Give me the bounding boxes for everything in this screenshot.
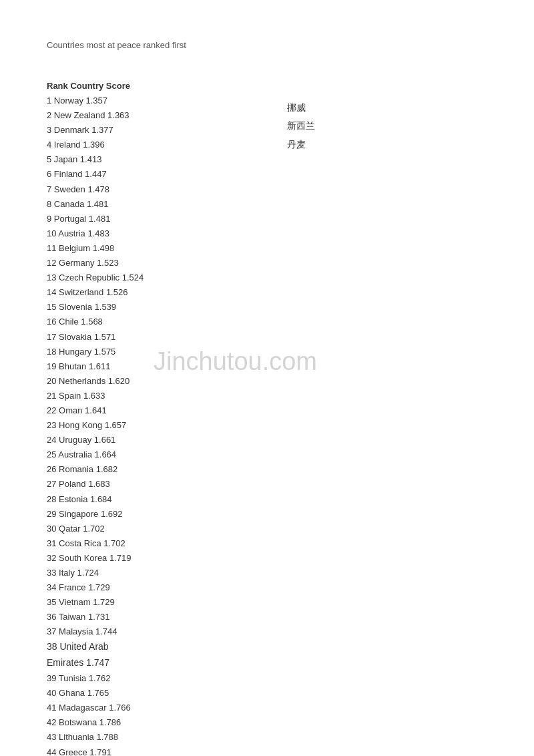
list-item: 27 Poland 1.683 (47, 477, 487, 492)
list-item: 8 Canada 1.481 (47, 197, 487, 212)
list-item: 9 Portugal 1.481 (47, 212, 487, 226)
list-item: 34 France 1.729 (47, 580, 487, 595)
list-item: 30 Qatar 1.702 (47, 522, 487, 536)
list-item: 2 New Zealand 1.363 (47, 108, 487, 123)
list-item: 28 Estonia 1.684 (47, 492, 487, 507)
list-item: 24 Uruguay 1.661 (47, 433, 487, 447)
chinese-label-newzealand: 新西兰 (287, 117, 315, 135)
list-item: 4 Ireland 1.396 (47, 138, 487, 152)
list-item: 3 Denmark 1.377 (47, 123, 487, 138)
list-item: 13 Czech Republic 1.524 (47, 270, 487, 285)
list-item: 14 Switzerland 1.526 (47, 285, 487, 300)
list-item: 22 Oman 1.641 (47, 403, 487, 418)
list-item: 11 Belgium 1.498 (47, 241, 487, 256)
list-item: 31 Costa Rica 1.702 (47, 536, 487, 551)
list-item: 37 Malaysia 1.744 (47, 624, 487, 639)
list-item: 12 Germany 1.523 (47, 256, 487, 270)
list-item: 32 South Korea 1.719 (47, 551, 487, 566)
list-item: 10 Austria 1.483 (47, 226, 487, 241)
list-item: 21 Spain 1.633 (47, 389, 487, 403)
list-item: 23 Hong Kong 1.657 (47, 418, 487, 433)
list-item: 16 Chile 1.568 (47, 315, 487, 329)
list-item: 5 Japan 1.413 (47, 152, 487, 167)
list-item: 43 Lithuania 1.788 (47, 730, 487, 745)
country-list: 1 Norway 1.3572 New Zealand 1.3633 Denma… (47, 93, 487, 756)
list-item: 42 Botswana 1.786 (47, 715, 487, 730)
list-item: 7 Sweden 1.478 (47, 182, 487, 197)
list-item: 25 Australia 1.664 (47, 447, 487, 462)
chinese-label-denmark: 丹麦 (287, 136, 315, 154)
chinese-label-norway: 挪威 (287, 99, 315, 117)
table-header: Rank Country Score (47, 81, 487, 91)
page-subtitle: Countries most at peace ranked first (47, 40, 487, 50)
list-item: 41 Madagascar 1.766 (47, 701, 487, 715)
list-item: 1 Norway 1.357 (47, 93, 487, 108)
list-item: 44 Greece 1.791 (47, 745, 487, 756)
chinese-labels: 挪威 新西兰 丹麦 (287, 99, 315, 154)
list-item: 29 Singapore 1.692 (47, 507, 487, 522)
list-item: 20 Netherlands 1.620 (47, 374, 487, 389)
list-item: 39 Tunisia 1.762 (47, 671, 487, 686)
list-item: 19 Bhutan 1.611 (47, 359, 487, 374)
list-item: 36 Taiwan 1.731 (47, 610, 487, 624)
list-item: 35 Vietnam 1.729 (47, 595, 487, 610)
list-item: 38 United ArabEmirates 1.747 (47, 639, 487, 671)
list-item: 18 Hungary 1.575 (47, 345, 487, 359)
list-item: 40 Ghana 1.765 (47, 686, 487, 701)
list-item: 26 Romania 1.682 (47, 462, 487, 477)
list-item: 17 Slovakia 1.571 (47, 330, 487, 345)
list-item: 6 Finland 1.447 (47, 167, 487, 182)
list-item: 33 Italy 1.724 (47, 566, 487, 580)
list-item: 15 Slovenia 1.539 (47, 300, 487, 315)
